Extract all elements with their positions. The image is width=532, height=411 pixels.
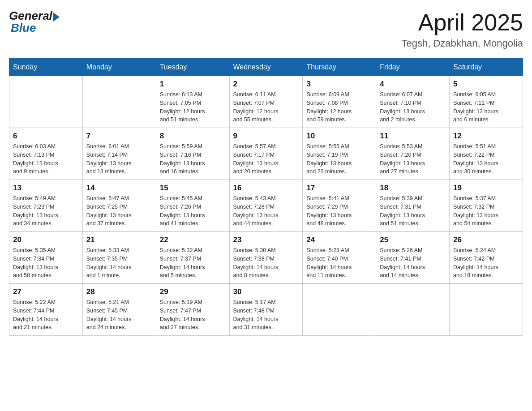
- calendar-cell: 4Sunrise: 6:07 AMSunset: 7:10 PMDaylight…: [376, 76, 450, 128]
- calendar-header-saturday: Saturday: [450, 59, 523, 76]
- day-info: Sunrise: 5:17 AMSunset: 7:48 PMDaylight:…: [233, 298, 299, 332]
- day-info: Sunrise: 6:07 AMSunset: 7:10 PMDaylight:…: [380, 90, 446, 124]
- day-number: 17: [306, 184, 372, 193]
- day-info: Sunrise: 5:22 AMSunset: 7:44 PMDaylight:…: [13, 298, 79, 332]
- calendar-header-friday: Friday: [376, 59, 450, 76]
- day-number: 11: [380, 132, 446, 141]
- day-number: 23: [233, 235, 299, 244]
- day-number: 21: [86, 235, 152, 244]
- day-number: 3: [306, 80, 372, 89]
- calendar-cell: 6Sunrise: 6:03 AMSunset: 7:13 PMDaylight…: [9, 128, 83, 180]
- logo-arrow-icon: [53, 13, 60, 21]
- calendar-cell: [450, 284, 523, 336]
- calendar-cell: 19Sunrise: 5:37 AMSunset: 7:32 PMDayligh…: [450, 180, 523, 232]
- day-number: 5: [453, 80, 519, 89]
- day-info: Sunrise: 6:13 AMSunset: 7:05 PMDaylight:…: [160, 90, 226, 124]
- day-info: Sunrise: 5:24 AMSunset: 7:42 PMDaylight:…: [453, 246, 519, 280]
- calendar-cell: 14Sunrise: 5:47 AMSunset: 7:25 PMDayligh…: [82, 180, 156, 232]
- day-number: 1: [160, 80, 226, 89]
- day-info: Sunrise: 5:41 AMSunset: 7:29 PMDaylight:…: [306, 194, 372, 228]
- calendar-cell: 26Sunrise: 5:24 AMSunset: 7:42 PMDayligh…: [450, 232, 523, 284]
- calendar-header-tuesday: Tuesday: [156, 59, 229, 76]
- page-header: General Blue April 2025 Tegsh, Dzabkhan,…: [9, 9, 523, 49]
- calendar-cell: 30Sunrise: 5:17 AMSunset: 7:48 PMDayligh…: [229, 284, 303, 336]
- day-info: Sunrise: 6:09 AMSunset: 7:08 PMDaylight:…: [306, 90, 372, 124]
- calendar-cell: 20Sunrise: 5:35 AMSunset: 7:34 PMDayligh…: [9, 232, 83, 284]
- calendar-cell: 24Sunrise: 5:28 AMSunset: 7:40 PMDayligh…: [303, 232, 376, 284]
- calendar-cell: 8Sunrise: 5:59 AMSunset: 7:16 PMDaylight…: [156, 128, 229, 180]
- day-info: Sunrise: 5:30 AMSunset: 7:38 PMDaylight:…: [233, 246, 299, 280]
- calendar-header-wednesday: Wednesday: [229, 59, 303, 76]
- day-number: 2: [233, 80, 299, 89]
- logo: General Blue: [9, 9, 60, 35]
- day-info: Sunrise: 6:11 AMSunset: 7:07 PMDaylight:…: [233, 90, 299, 124]
- calendar-cell: 17Sunrise: 5:41 AMSunset: 7:29 PMDayligh…: [303, 180, 376, 232]
- day-info: Sunrise: 5:45 AMSunset: 7:26 PMDaylight:…: [160, 194, 226, 228]
- location-title: Tegsh, Dzabkhan, Mongolia: [402, 38, 523, 49]
- day-info: Sunrise: 5:39 AMSunset: 7:31 PMDaylight:…: [380, 194, 446, 228]
- day-number: 30: [233, 287, 299, 296]
- day-number: 16: [233, 184, 299, 193]
- calendar-header-sunday: Sunday: [9, 59, 83, 76]
- calendar-cell: [303, 284, 376, 336]
- day-number: 15: [160, 184, 226, 193]
- day-number: 28: [86, 287, 152, 296]
- day-number: 6: [13, 132, 79, 141]
- calendar-cell: 1Sunrise: 6:13 AMSunset: 7:05 PMDaylight…: [156, 76, 229, 128]
- day-number: 25: [380, 235, 446, 244]
- calendar-week-5: 27Sunrise: 5:22 AMSunset: 7:44 PMDayligh…: [9, 284, 523, 336]
- day-number: 18: [380, 184, 446, 193]
- calendar-cell: 9Sunrise: 5:57 AMSunset: 7:17 PMDaylight…: [229, 128, 303, 180]
- calendar-week-1: 1Sunrise: 6:13 AMSunset: 7:05 PMDaylight…: [9, 76, 523, 128]
- calendar-table: SundayMondayTuesdayWednesdayThursdayFrid…: [9, 58, 523, 336]
- calendar-cell: 13Sunrise: 5:49 AMSunset: 7:23 PMDayligh…: [9, 180, 83, 232]
- calendar-cell: 28Sunrise: 5:21 AMSunset: 7:45 PMDayligh…: [82, 284, 156, 336]
- day-number: 9: [233, 132, 299, 141]
- day-info: Sunrise: 5:35 AMSunset: 7:34 PMDaylight:…: [13, 246, 79, 280]
- calendar-cell: 15Sunrise: 5:45 AMSunset: 7:26 PMDayligh…: [156, 180, 229, 232]
- day-number: 27: [13, 287, 79, 296]
- calendar-week-3: 13Sunrise: 5:49 AMSunset: 7:23 PMDayligh…: [9, 180, 523, 232]
- day-info: Sunrise: 5:53 AMSunset: 7:20 PMDaylight:…: [380, 142, 446, 176]
- day-number: 19: [453, 184, 519, 193]
- day-info: Sunrise: 6:03 AMSunset: 7:13 PMDaylight:…: [13, 142, 79, 176]
- calendar-cell: 23Sunrise: 5:30 AMSunset: 7:38 PMDayligh…: [229, 232, 303, 284]
- day-info: Sunrise: 5:59 AMSunset: 7:16 PMDaylight:…: [160, 142, 226, 176]
- day-info: Sunrise: 6:01 AMSunset: 7:14 PMDaylight:…: [86, 142, 152, 176]
- day-info: Sunrise: 5:49 AMSunset: 7:23 PMDaylight:…: [13, 194, 79, 228]
- day-number: 13: [13, 184, 79, 193]
- calendar-cell: 29Sunrise: 5:19 AMSunset: 7:47 PMDayligh…: [156, 284, 229, 336]
- calendar-cell: 7Sunrise: 6:01 AMSunset: 7:14 PMDaylight…: [82, 128, 156, 180]
- calendar-cell: [9, 76, 83, 128]
- calendar-cell: 11Sunrise: 5:53 AMSunset: 7:20 PMDayligh…: [376, 128, 450, 180]
- day-info: Sunrise: 5:55 AMSunset: 7:19 PMDaylight:…: [306, 142, 372, 176]
- calendar-cell: 12Sunrise: 5:51 AMSunset: 7:22 PMDayligh…: [450, 128, 523, 180]
- logo-blue-text: Blue: [11, 21, 36, 35]
- calendar-cell: [82, 76, 156, 128]
- day-info: Sunrise: 5:37 AMSunset: 7:32 PMDaylight:…: [453, 194, 519, 228]
- day-number: 10: [306, 132, 372, 141]
- day-number: 4: [380, 80, 446, 89]
- calendar-header-thursday: Thursday: [303, 59, 376, 76]
- calendar-cell: 22Sunrise: 5:32 AMSunset: 7:37 PMDayligh…: [156, 232, 229, 284]
- month-title: April 2025: [402, 9, 523, 36]
- day-info: Sunrise: 5:28 AMSunset: 7:40 PMDaylight:…: [306, 246, 372, 280]
- day-info: Sunrise: 5:26 AMSunset: 7:41 PMDaylight:…: [380, 246, 446, 280]
- day-number: 20: [13, 235, 79, 244]
- day-info: Sunrise: 6:05 AMSunset: 7:11 PMDaylight:…: [453, 90, 519, 124]
- title-area: April 2025 Tegsh, Dzabkhan, Mongolia: [402, 9, 523, 49]
- day-info: Sunrise: 5:21 AMSunset: 7:45 PMDaylight:…: [86, 298, 152, 332]
- calendar-cell: 27Sunrise: 5:22 AMSunset: 7:44 PMDayligh…: [9, 284, 83, 336]
- day-info: Sunrise: 5:47 AMSunset: 7:25 PMDaylight:…: [86, 194, 152, 228]
- calendar-cell: [376, 284, 450, 336]
- calendar-cell: 18Sunrise: 5:39 AMSunset: 7:31 PMDayligh…: [376, 180, 450, 232]
- day-number: 22: [160, 235, 226, 244]
- calendar-cell: 25Sunrise: 5:26 AMSunset: 7:41 PMDayligh…: [376, 232, 450, 284]
- day-info: Sunrise: 5:32 AMSunset: 7:37 PMDaylight:…: [160, 246, 226, 280]
- day-number: 12: [453, 132, 519, 141]
- calendar-cell: 3Sunrise: 6:09 AMSunset: 7:08 PMDaylight…: [303, 76, 376, 128]
- calendar-cell: 21Sunrise: 5:33 AMSunset: 7:35 PMDayligh…: [82, 232, 156, 284]
- day-info: Sunrise: 5:51 AMSunset: 7:22 PMDaylight:…: [453, 142, 519, 176]
- day-number: 14: [86, 184, 152, 193]
- calendar-header-row: SundayMondayTuesdayWednesdayThursdayFrid…: [9, 59, 523, 76]
